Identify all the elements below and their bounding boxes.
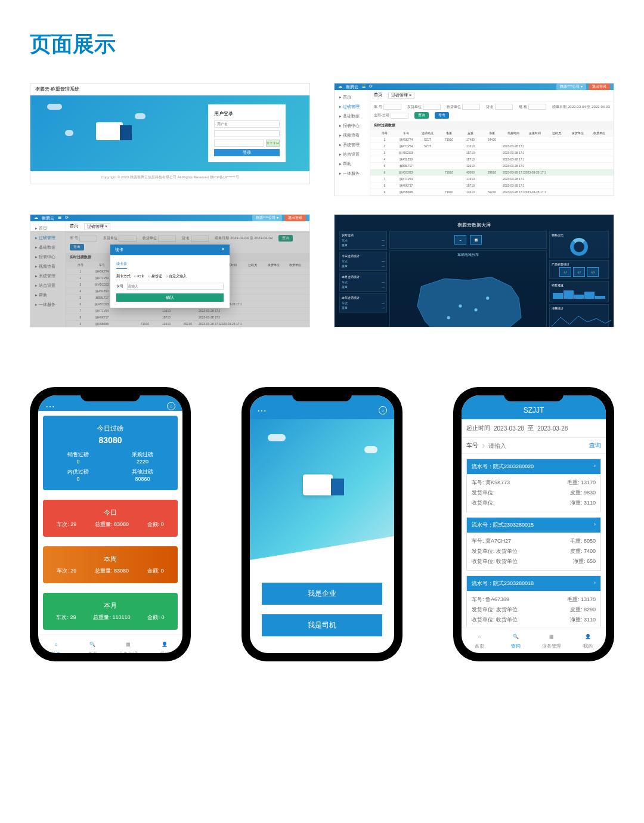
nav-biz[interactable]: ▦业务管理 (110, 639, 147, 653)
month-detail-card: 本月 车次: 29 总重量: 110110 金额: 0 (43, 593, 178, 630)
table-row[interactable]: 6陕A5C0237191042000299102023-03-28 17:10:… (370, 169, 614, 176)
sidebar-item[interactable]: ▸ 站点设置 (337, 150, 367, 159)
dashboard-title: 衡腾云数据大屏 (339, 222, 609, 228)
china-map: 车辆地域分布 1208521064 (389, 250, 547, 327)
today-detail-card: 今日 车次: 29 总重量: 83080 金额: 0 (43, 500, 178, 537)
table-row[interactable]: 5冀B8L717126102023-03-28 17:10:55 (370, 163, 614, 169)
nav-biz[interactable]: ▦业务管理 (534, 631, 570, 649)
table-row[interactable]: 9陕A5858B7191012610592102023-03-28 17:12:… (370, 189, 614, 196)
phone-query: SZJJT 起止时间 2023-03-28 至 2023-03-28 车号 › … (453, 387, 614, 661)
date-to[interactable]: 2023-03-28 (537, 425, 568, 432)
login-panel: 衡腾云·称重管理系统 用户登录 V T 3 H 登录 Copyright (30, 83, 310, 184)
table-row[interactable]: 4陕A5L850187102023-03-28 17:12:55 (370, 156, 614, 163)
nav-mine[interactable]: 👤我的 (570, 631, 606, 649)
login-form: 用户登录 V T 3 H 登录 (208, 104, 286, 162)
nav-search[interactable]: 🔍查询 (498, 631, 534, 649)
confirm-button[interactable]: 确认 (116, 293, 224, 302)
record-item[interactable]: 流水号：院式2303280018›车号: 鲁A67389毛重: 13170发货单… (466, 576, 601, 627)
nav-mine[interactable]: 👤我的 (147, 639, 183, 653)
svg-point-1 (474, 308, 477, 311)
sidebar-item[interactable]: ▸ 报表中心 (337, 121, 367, 131)
username-input[interactable] (214, 120, 280, 128)
dashboard-panel: 衡腾云数据大屏 实时过磅车次—重量—今日过磅统计车次—重量—本月过磅统计车次—重… (334, 214, 614, 327)
sidebar-item[interactable]: ▸ 过磅管理 (337, 102, 367, 112)
today-summary-card: 今日过磅 83080 销售过磅0采购过磅2220内供过磅0其他过磅80860 (43, 416, 178, 490)
card-read-modal: 读卡✕ 读卡器 刷卡方式 ○ IC卡 ○ 身份证 ○ 自定义输入 卡号 确认 (110, 245, 230, 308)
nav-search[interactable]: 🔍查询 (75, 639, 111, 653)
record-item[interactable]: 流水号：院式2303280015›车号: 冀A7CH27毛重: 8050发货单位… (466, 517, 601, 571)
phone-home: ⋯ ○ 今日过磅 83080 销售过磅0采购过磅2220内供过磅0其他过磅808… (30, 387, 191, 661)
page-title: 页面展示 (30, 30, 614, 59)
query-button[interactable]: 查询 (589, 441, 601, 450)
svg-point-0 (459, 304, 462, 307)
close-icon[interactable]: ✕ (221, 247, 225, 253)
close-icon[interactable]: ○ (167, 402, 175, 410)
table-row[interactable]: 7陕A71V54116102023-03-28 17:12:55 (370, 176, 614, 182)
svg-point-3 (486, 296, 489, 299)
sidebar: ▸ 首页▸ 过磅管理▸ 基础数据▸ 报表中心▸ 视频查看▸ 系统管理▸ 站点设置… (335, 90, 370, 196)
login-form-title: 用户登录 (214, 110, 280, 117)
sidebar-item[interactable]: ▸ 帮助 (337, 159, 367, 169)
password-input[interactable] (214, 130, 280, 137)
table-row[interactable]: 8陕A0K717187102023-03-28 17:12:55 (370, 182, 614, 189)
sidebar-item[interactable]: ▸ 首页 (337, 92, 367, 102)
login-button[interactable]: 登录 (214, 149, 280, 156)
captcha-input[interactable] (214, 140, 264, 147)
table-row[interactable]: 2陕A71V54SZJT116102023-03-28 17:10:55 (370, 143, 614, 150)
close-icon[interactable]: ○ (379, 406, 387, 414)
login-copyright: Copyright © 2023 陕西衡腾云信息科技有限公司 All Right… (30, 171, 309, 184)
export-button[interactable]: 导出 (435, 112, 449, 119)
week-detail-card: 本周 车次: 29 总重量: 83080 金额: 0 (43, 546, 178, 583)
nav-home[interactable]: ⌂首页 (38, 639, 75, 653)
sidebar-item[interactable]: ▸ 一体服务 (337, 169, 367, 178)
logo-icon: ☁ (338, 84, 342, 90)
search-button[interactable]: 查询 (414, 112, 429, 119)
table-row[interactable]: 1陕A5K774SZJT719101748054430 (370, 137, 614, 143)
login-system-title: 衡腾云·称重管理系统 (30, 83, 309, 95)
driver-button[interactable]: 我是司机 (262, 614, 382, 636)
hero-illustration (250, 419, 394, 572)
sidebar-item[interactable]: ▸ 系统管理 (337, 140, 367, 150)
captcha-image[interactable]: V T 3 H (266, 140, 280, 147)
table-row[interactable]: 10陕A0K717126102023-03-28 17:12:55 (370, 196, 614, 196)
record-item[interactable]: 流水号：院式2303280020›车号: 冀K5K773毛重: 13170发货单… (466, 459, 601, 512)
svg-point-2 (447, 316, 450, 319)
table-modal-panel: ☁衡腾云☰⟳ 陕西****公司 ▾退出登录 ▸ 首页▸ 过磅管理▸ 基础数据▸ … (30, 214, 310, 327)
card-input[interactable] (127, 283, 224, 290)
table-row[interactable]: 3陕A5C023187102023-03-28 17:12:55 (370, 150, 614, 156)
sidebar-item[interactable]: ▸ 视频查看 (337, 131, 367, 140)
nav-home[interactable]: ⌂首页 (462, 631, 498, 649)
menu-icon[interactable]: ⋯ (45, 401, 55, 412)
weigh-table-panel: ☁衡腾云☰⟳ 陕西****公司 ▾退出登录 ▸ 首页▸ 过磅管理▸ 基础数据▸ … (334, 83, 614, 196)
menu-icon[interactable]: ⋯ (257, 405, 267, 416)
sidebar-item[interactable]: ▸ 基础数据 (337, 112, 367, 121)
truck-illustration (90, 119, 138, 149)
phone-role-select: ⋯ ○ 我是企业 我是司机 (242, 387, 402, 661)
plate-search-input[interactable] (488, 443, 586, 449)
logout-button[interactable]: 退出登录 (589, 83, 610, 90)
date-from[interactable]: 2023-03-28 (494, 425, 524, 432)
enterprise-button[interactable]: 我是企业 (262, 583, 382, 605)
